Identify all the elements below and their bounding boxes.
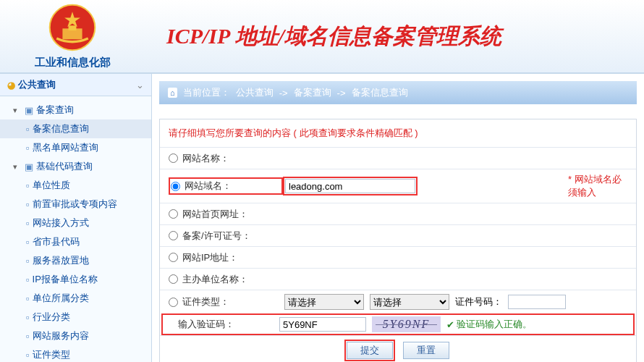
expand-icon: ▾ — [13, 162, 22, 172]
radio-homepage[interactable] — [169, 209, 178, 219]
tree-item[interactable]: ▫服务器放置地 — [0, 251, 151, 270]
radio-domain[interactable] — [171, 182, 180, 191]
page-icon: ▫ — [26, 199, 30, 210]
tree-item[interactable]: ▫省市县代码 — [0, 232, 151, 251]
row-homepage: 网站首页网址： — [160, 203, 636, 224]
radio-license[interactable] — [169, 231, 178, 240]
row-site-name: 网站名称： — [160, 147, 636, 169]
row-ip: 网站IP地址： — [160, 246, 636, 268]
tree-item-label: 黑名单网站查询 — [33, 141, 98, 154]
label-domain: 网站域名： — [185, 180, 232, 193]
row-cert: 证件类型： 请选择 请选择 证件号码： — [160, 290, 636, 313]
required-msg: * 网站域名必须输入 — [568, 173, 627, 199]
page-icon: ▫ — [26, 293, 30, 304]
label-cert-no: 证件号码： — [455, 295, 502, 308]
tree-group-label: 基础代码查询 — [36, 160, 93, 173]
tree-item[interactable]: ▫网站接入方式 — [0, 214, 151, 232]
sidebar: ◕公共查询 ⌄ ▾▣备案查询▫备案信息查询▫黑名单网站查询▾▣基础代码查询▫单位… — [0, 74, 152, 362]
button-row: 提交 重置 — [160, 335, 636, 362]
tree-item[interactable]: ▫单位性质 — [0, 176, 151, 195]
label-license: 备案/许可证号： — [182, 230, 251, 243]
captcha-ok: ✔验证码输入正确。 — [446, 318, 532, 331]
sidebar-title: 公共查询 — [18, 78, 56, 91]
main: ⌂ 当前位置： 公共查询 -> 备案查询 -> 备案信息查询 请仔细填写您所要查… — [152, 74, 644, 362]
tree-item-label: 网站服务内容 — [33, 329, 89, 342]
crumb-1[interactable]: 备案查询 — [294, 86, 331, 99]
crumb-2[interactable]: 备案信息查询 — [352, 86, 408, 99]
tree-item-label: 备案信息查询 — [33, 122, 89, 135]
tree-item-label: 省市县代码 — [33, 235, 80, 248]
page-icon: ▫ — [26, 180, 30, 191]
tree-item-label: 网站接入方式 — [33, 216, 89, 230]
tree-item[interactable]: ▫IP报备单位名称 — [0, 270, 151, 289]
page-icon: ▫ — [26, 256, 30, 266]
tree-group[interactable]: ▾▣备案查询 — [0, 101, 151, 119]
tree-item[interactable]: ▫备案信息查询 — [0, 119, 151, 138]
radio-site-name[interactable] — [169, 153, 178, 163]
folder-icon: ▣ — [25, 105, 33, 116]
row-captcha: 输入验证码： 5Y69NF ✔验证码输入正确。 — [161, 313, 635, 335]
tree-item-label: 单位所属分类 — [33, 292, 89, 305]
radio-cert[interactable] — [169, 298, 178, 307]
tree-group[interactable]: ▾▣基础代码查询 — [0, 157, 151, 176]
tree-item[interactable]: ▫单位所属分类 — [0, 289, 151, 308]
system-title: ICP/IP 地址/域名信息备案管理系统 — [166, 22, 501, 51]
label-homepage: 网站首页网址： — [182, 208, 248, 221]
domain-input[interactable] — [285, 179, 415, 193]
row-license: 备案/许可证号： — [160, 224, 636, 246]
captcha-input[interactable] — [279, 317, 366, 332]
label-cert-type: 证件类型： — [182, 295, 229, 308]
header: 工业和信息化部 ICP/IP 地址/域名信息备案管理系统 — [0, 0, 644, 72]
breadcrumb: ⌂ 当前位置： 公共查询 -> 备案查询 -> 备案信息查询 — [159, 81, 637, 104]
tree-item-label: 服务器放置地 — [33, 254, 89, 267]
reset-button[interactable]: 重置 — [403, 342, 449, 359]
folder-icon: ▣ — [25, 161, 33, 172]
emblem-block: 工业和信息化部 — [0, 3, 145, 70]
check-icon: ✔ — [446, 319, 454, 330]
nav-tree: ▾▣备案查询▫备案信息查询▫黑名单网站查询▾▣基础代码查询▫单位性质▫前置审批或… — [0, 96, 151, 362]
cert-no-input[interactable] — [508, 295, 566, 309]
breadcrumb-label: 当前位置： — [183, 86, 230, 99]
cert-type-select-2[interactable]: 请选择 — [370, 294, 449, 310]
page-icon: ▫ — [26, 312, 30, 323]
page-icon: ▫ — [26, 124, 30, 135]
label-ip: 网站IP地址： — [182, 251, 238, 264]
home-icon[interactable]: ⌂ — [168, 88, 177, 98]
tree-group-label: 备案查询 — [36, 104, 74, 117]
label-captcha: 输入验证码： — [178, 318, 234, 331]
page-icon: ▫ — [26, 237, 30, 248]
radio-ip[interactable] — [169, 253, 178, 262]
hint-text: 请仔细填写您所要查询的内容 ( 此项查询要求条件精确匹配 ) — [160, 119, 636, 147]
tree-item-label: IP报备单位名称 — [33, 273, 98, 286]
crumb-0[interactable]: 公共查询 — [236, 86, 274, 99]
national-emblem-icon — [48, 3, 97, 52]
bulb-icon: ◕ — [7, 80, 15, 90]
tree-item-label: 前置审批或专项内容 — [33, 198, 117, 211]
label-sponsor: 主办单位名称： — [182, 273, 248, 286]
page-icon: ▫ — [26, 331, 30, 342]
captcha-image[interactable]: 5Y69NF — [372, 316, 441, 332]
query-panel: 请仔细填写您所要查询的内容 ( 此项查询要求条件精确匹配 ) 网站名称： 网站域… — [159, 119, 637, 362]
tree-item-label: 行业分类 — [33, 311, 70, 324]
tree-item[interactable]: ▫黑名单网站查询 — [0, 138, 151, 157]
tree-item[interactable]: ▫行业分类 — [0, 308, 151, 327]
page-icon: ▫ — [26, 274, 30, 285]
chevron-down-icon: ⌄ — [136, 80, 144, 90]
tree-item-label: 证件类型 — [33, 348, 70, 361]
tree-item-label: 单位性质 — [33, 179, 70, 192]
expand-icon: ▾ — [13, 106, 22, 115]
radio-sponsor[interactable] — [169, 274, 178, 284]
row-sponsor: 主办单位名称： — [160, 268, 636, 290]
tree-item[interactable]: ▫网站服务内容 — [0, 327, 151, 345]
tree-item[interactable]: ▫证件类型 — [0, 345, 151, 362]
label-site-name: 网站名称： — [182, 152, 229, 165]
sidebar-header[interactable]: ◕公共查询 ⌄ — [0, 74, 151, 96]
page-icon: ▫ — [26, 143, 30, 153]
row-domain: 网站域名： * 网站域名必须输入 — [160, 169, 636, 203]
cert-type-select-1[interactable]: 请选择 — [284, 294, 364, 310]
page-icon: ▫ — [26, 350, 30, 361]
submit-button[interactable]: 提交 — [347, 342, 393, 359]
tree-item[interactable]: ▫前置审批或专项内容 — [0, 195, 151, 214]
org-name: 工业和信息化部 — [0, 56, 145, 70]
svg-rect-4 — [69, 25, 77, 30]
